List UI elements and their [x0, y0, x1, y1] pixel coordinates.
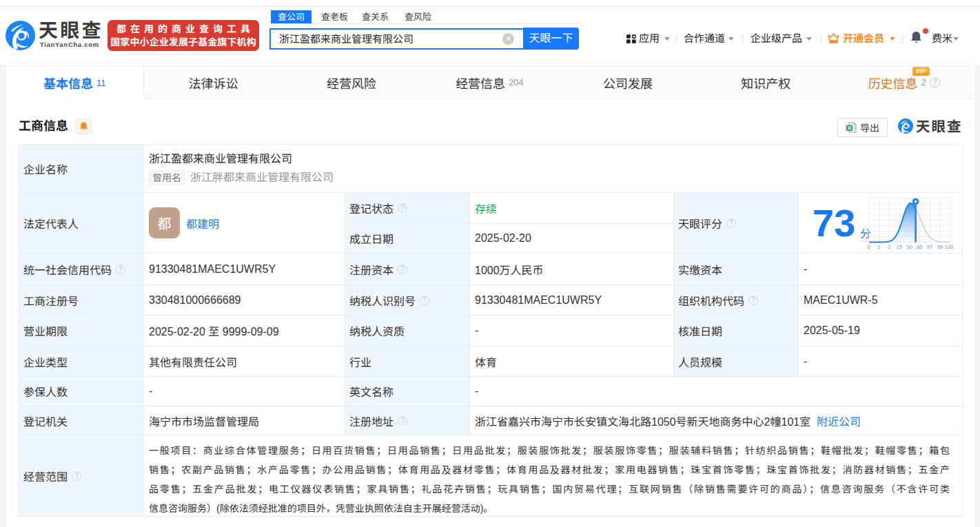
svg-text:100: 100	[945, 244, 954, 250]
svg-text:3: 3	[888, 244, 890, 250]
svg-text:97: 97	[927, 244, 932, 250]
svg-text:99: 99	[937, 244, 943, 250]
svg-text:0: 0	[867, 244, 870, 250]
svg-text:85: 85	[917, 244, 922, 250]
svg-text:50: 50	[906, 244, 912, 250]
svg-text:1: 1	[877, 244, 880, 250]
svg-text:15: 15	[897, 244, 902, 250]
